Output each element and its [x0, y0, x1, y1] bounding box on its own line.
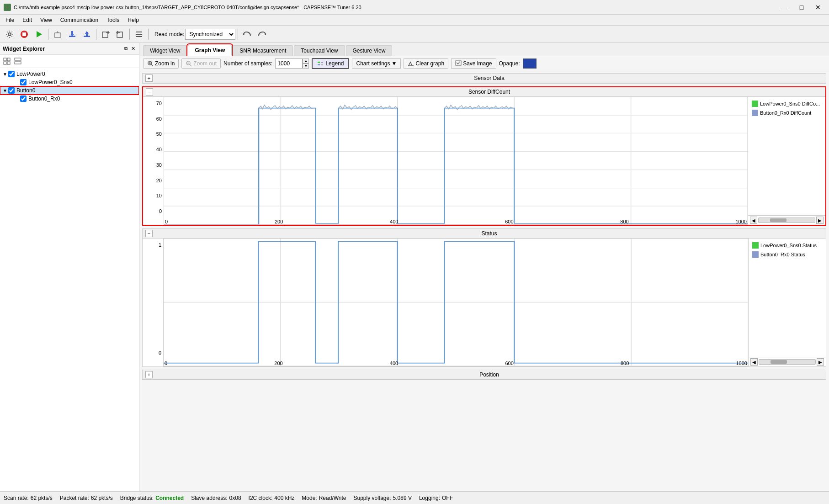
i2c-clock-label: I2C clock: — [249, 495, 273, 501]
stop-button[interactable] — [17, 27, 31, 41]
supply-voltage-item: Supply voltage: 5.089 V — [354, 495, 412, 501]
tab-snr-measurement[interactable]: SNR Measurement — [233, 45, 293, 56]
save-image-button[interactable]: Save image — [451, 58, 496, 69]
tree-label-rx0: Button0_Rx0 — [28, 95, 60, 102]
tab-gesture-view[interactable]: Gesture View — [346, 45, 393, 56]
zoom-in-label: Zoom in — [155, 60, 175, 67]
svg-line-30 — [190, 64, 191, 66]
maximize-button[interactable]: □ — [794, 3, 809, 12]
status-collapse-btn[interactable]: − — [145, 230, 153, 237]
status-svg — [164, 239, 748, 366]
read-mode-select[interactable]: Synchronized Continuous Manual — [185, 29, 235, 40]
graphs-container: + Sensor Data − Sensor DiffCount 70 60 5… — [139, 71, 829, 491]
svg-rect-14 — [136, 32, 142, 32]
menu-help[interactable]: Help — [124, 16, 143, 24]
sidebar-btn-2[interactable] — [13, 56, 23, 66]
legend-color-blue-status — [752, 251, 759, 258]
diffcount-plot-area: 0 200 400 600 800 1000 — [164, 97, 748, 225]
diffcount-collapse-btn[interactable]: − — [146, 88, 153, 95]
legend-button[interactable]: Legend — [312, 58, 349, 69]
status-scroll-track[interactable] — [759, 359, 816, 365]
upload-button[interactable] — [80, 27, 94, 41]
position-collapse-btn[interactable]: + — [145, 371, 153, 378]
sensor-diffcount-panel: − Sensor DiffCount 70 60 50 40 30 20 10 … — [142, 86, 826, 226]
samples-input-wrap: ▲ ▼ — [275, 58, 309, 69]
menu-communication[interactable]: Communication — [57, 16, 102, 24]
svg-rect-32 — [318, 62, 320, 63]
status-plot-area: 0 200 400 600 800 1000 — [163, 239, 748, 366]
menu-edit[interactable]: Edit — [19, 16, 36, 24]
diffcount-y-axis: 70 60 50 40 30 20 10 0 — [143, 97, 164, 225]
mode-value: Read/Write — [319, 495, 346, 501]
tree-arrow-button0: ▼ — [2, 88, 8, 93]
sidebar-close-button[interactable]: ✕ — [130, 45, 136, 53]
back-button[interactable] — [51, 27, 64, 41]
status-scroll-right[interactable]: ▶ — [817, 358, 824, 366]
sidebar-title: Widget Explorer — [3, 46, 45, 52]
tree-label-lowpower0: LowPower0 — [16, 71, 45, 77]
svg-marker-18 — [264, 33, 266, 35]
tree-checkbox-rx0[interactable] — [20, 95, 27, 102]
diffcount-scroll-track[interactable] — [758, 218, 815, 223]
tree-item-button0-rx0[interactable]: Button0_Rx0 — [0, 95, 139, 103]
tab-widget-view[interactable]: Widget View — [143, 45, 187, 56]
sensor-data-collapse-btn[interactable]: + — [145, 74, 153, 82]
close-button[interactable]: ✕ — [811, 3, 825, 12]
settings-button[interactable] — [3, 27, 16, 41]
status-scroll-left[interactable]: ◀ — [750, 358, 758, 366]
zoom-out-button[interactable]: Zoom out — [181, 58, 221, 69]
list-button[interactable] — [132, 27, 146, 41]
tab-graph-view[interactable]: Graph View — [188, 45, 232, 56]
sidebar-detach-button[interactable]: ⧉ — [123, 45, 129, 53]
opaque-color[interactable] — [523, 58, 537, 69]
packet-rate-value: 62 pkts/s — [91, 495, 113, 501]
chart-settings-button[interactable]: Chart settings ▼ — [352, 58, 401, 69]
diffcount-title: Sensor DiffCount — [156, 89, 823, 95]
menu-tools[interactable]: Tools — [103, 16, 123, 24]
samples-up-button[interactable]: ▲ — [303, 58, 309, 64]
svg-rect-33 — [318, 64, 320, 65]
legend-label-lowpower-diff: LowPower0_Sns0 DiffCo... — [760, 101, 820, 106]
sidebar-btn-1[interactable] — [2, 56, 12, 66]
samples-down-button[interactable]: ▼ — [303, 64, 309, 69]
minimize-button[interactable]: — — [778, 3, 792, 12]
tree-label-button0: Button0 — [16, 87, 35, 94]
tree-checkbox-lowpower0[interactable] — [8, 71, 15, 77]
legend-color-blue-diff — [752, 110, 758, 116]
diffcount-scroll-left[interactable]: ◀ — [750, 217, 757, 224]
packet-rate-label: Packet rate: — [60, 495, 89, 501]
sidebar-header-controls: ⧉ ✕ — [123, 45, 136, 53]
export-button[interactable] — [99, 27, 112, 41]
tree-checkbox-button0[interactable] — [8, 87, 15, 94]
clear-graph-button[interactable]: Clear graph — [404, 58, 448, 69]
undo-button[interactable] — [240, 27, 254, 41]
status-right-panel: LowPower0_Sns0 Status Button0_Rx0 Status… — [748, 239, 826, 366]
diffcount-scroll-right[interactable]: ▶ — [816, 217, 824, 224]
svg-rect-2 — [22, 32, 26, 36]
menu-file[interactable]: File — [2, 16, 18, 24]
status-scrollbar-row: ◀ ▶ — [749, 357, 826, 366]
tree-item-lowpower0[interactable]: ▼ LowPower0 — [0, 70, 139, 78]
tree-label-sns0: LowPower0_Sns0 — [28, 79, 73, 85]
position-title: Position — [155, 371, 823, 378]
redo-button[interactable] — [255, 27, 269, 41]
samples-input[interactable] — [275, 58, 303, 69]
position-panel: + Position — [142, 370, 826, 380]
toolbar: Read mode: Synchronized Continuous Manua… — [0, 26, 829, 43]
tree-item-button0[interactable]: ▼ Button0 — [0, 86, 139, 95]
tree-checkbox-sns0[interactable] — [20, 79, 27, 85]
import-button[interactable] — [113, 27, 127, 41]
tab-touchpad-view[interactable]: Touchpad View — [294, 45, 345, 56]
chart-settings-label: Chart settings — [356, 60, 390, 67]
menu-bar: File Edit View Communication Tools Help — [0, 15, 829, 26]
zoom-in-button[interactable]: Zoom in — [143, 58, 179, 69]
tree-item-lowpower0-sns0[interactable]: LowPower0_Sns0 — [0, 78, 139, 86]
play-button[interactable] — [32, 27, 46, 41]
diffcount-right-panel: LowPower0_Sns0 DiffCo... Button0_Rx0 Dif… — [748, 97, 825, 225]
content-area: Widget View Graph View SNR Measurement T… — [139, 43, 829, 491]
separator-3 — [129, 29, 130, 40]
diffcount-legend: LowPower0_Sns0 DiffCo... Button0_Rx0 Dif… — [748, 97, 825, 215]
download-button[interactable] — [65, 27, 79, 41]
sensor-data-header: + Sensor Data — [143, 74, 826, 83]
menu-view[interactable]: View — [37, 16, 56, 24]
